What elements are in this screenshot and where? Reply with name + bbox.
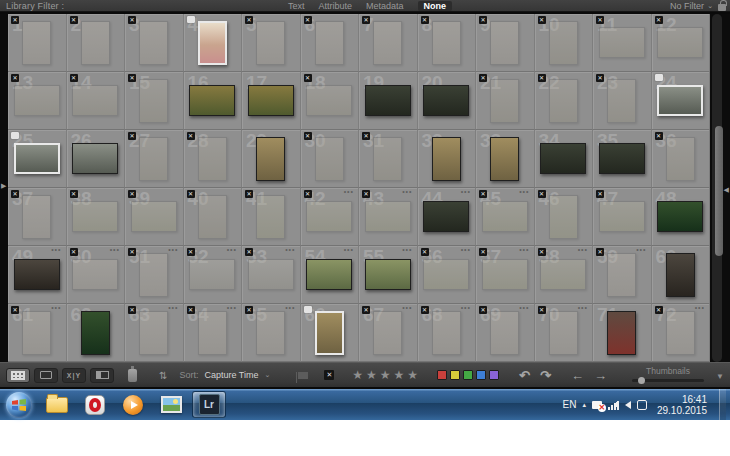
photo-thumbnail[interactable] — [14, 85, 60, 116]
photo-thumbnail[interactable] — [432, 311, 461, 355]
grid-cell[interactable]: 54••• — [301, 246, 360, 304]
reject-flag-icon[interactable]: ✕ — [70, 248, 78, 256]
photo-thumbnail[interactable] — [599, 143, 645, 174]
grid-cell[interactable]: 60 — [652, 246, 711, 304]
grid-cell[interactable]: 61✕••• — [8, 304, 67, 362]
thumbnails-slider[interactable] — [632, 379, 704, 382]
rotate-right-button[interactable]: ↷ — [540, 368, 551, 383]
grid-cell[interactable]: 36✕ — [652, 130, 711, 188]
grid-cell[interactable]: 12✕ — [652, 14, 711, 72]
rotate-left-button[interactable]: ↶ — [519, 368, 530, 383]
grid-cell[interactable]: 64✕••• — [184, 304, 243, 362]
reject-flag-icon[interactable]: ✕ — [655, 16, 663, 24]
photo-thumbnail[interactable] — [482, 259, 528, 290]
photo-thumbnail[interactable] — [607, 253, 636, 297]
grid-cell[interactable]: 10✕ — [535, 14, 594, 72]
photo-thumbnail[interactable] — [599, 27, 645, 58]
next-photo-button[interactable]: → — [594, 368, 607, 383]
reject-flag-icon[interactable]: ✕ — [304, 190, 312, 198]
grid-cell[interactable]: 52✕••• — [184, 246, 243, 304]
photo-thumbnail[interactable] — [256, 311, 285, 355]
grid-cell[interactable]: 66 — [301, 304, 360, 362]
hidden-icons-chevron-icon[interactable]: ▴ — [582, 401, 586, 409]
grid-cell[interactable]: 56✕••• — [418, 246, 477, 304]
photo-thumbnail[interactable] — [657, 27, 703, 58]
photo-thumbnail[interactable] — [139, 21, 168, 65]
taskbar-lightroom-button[interactable]: Lr — [192, 391, 226, 418]
grid-cell[interactable]: 17 — [242, 72, 301, 130]
grid-cell[interactable]: 37✕ — [8, 188, 67, 246]
reject-flag-icon[interactable]: ✕ — [11, 16, 19, 24]
grid-cell[interactable]: 32 — [418, 130, 477, 188]
photo-thumbnail[interactable] — [607, 79, 636, 123]
photo-thumbnail[interactable] — [365, 85, 411, 116]
pick-flag-icon[interactable] — [304, 306, 312, 313]
photo-thumbnail[interactable] — [549, 311, 578, 355]
reject-flag-icon[interactable]: ✕ — [538, 248, 546, 256]
photo-thumbnail[interactable] — [315, 137, 344, 181]
star-rating-control[interactable]: ★★★★★ — [352, 368, 421, 382]
grid-cell[interactable]: 71 — [593, 304, 652, 362]
language-indicator[interactable]: EN — [563, 399, 577, 410]
photo-thumbnail[interactable] — [490, 79, 519, 123]
color-label-swatch-3[interactable] — [476, 370, 486, 380]
grid-cell[interactable]: 11✕ — [593, 14, 652, 72]
reject-flag-icon[interactable]: ✕ — [596, 248, 604, 256]
pick-flag-icon[interactable] — [11, 132, 19, 139]
grid-cell[interactable]: 13✕ — [8, 72, 67, 130]
left-panel-reveal-icon[interactable]: ▶ — [1, 182, 6, 190]
grid-cell[interactable]: 27✕ — [125, 130, 184, 188]
filter-tab-none[interactable]: None — [418, 1, 453, 11]
photo-thumbnail[interactable] — [139, 311, 168, 355]
grid-cell[interactable]: 4 — [184, 14, 243, 72]
grid-cell[interactable]: 40✕ — [184, 188, 243, 246]
grid-cell[interactable]: 6✕ — [301, 14, 360, 72]
grid-cell[interactable]: 9✕ — [476, 14, 535, 72]
volume-icon[interactable] — [625, 401, 631, 409]
grid-cell[interactable]: 72✕••• — [652, 304, 711, 362]
reject-flag-icon[interactable]: ✕ — [70, 190, 78, 198]
photo-thumbnail[interactable] — [139, 253, 168, 297]
reject-flag-icon[interactable]: ✕ — [421, 16, 429, 24]
reject-flag-icon[interactable]: ✕ — [128, 306, 136, 314]
grid-cell[interactable]: 44••• — [418, 188, 477, 246]
grid-cell[interactable]: 45✕••• — [476, 188, 535, 246]
grid-cell[interactable]: 15✕ — [125, 72, 184, 130]
reject-flag-icon[interactable]: ✕ — [128, 16, 136, 24]
photo-thumbnail[interactable] — [599, 201, 645, 232]
grid-cell[interactable]: 33 — [476, 130, 535, 188]
sort-criteria-dropdown[interactable]: Capture Time — [204, 370, 258, 380]
painter-tool-icon[interactable] — [128, 369, 137, 382]
reject-flag-icon[interactable]: ✕ — [187, 132, 195, 140]
grid-cell[interactable]: 47✕ — [593, 188, 652, 246]
reject-flag-icon[interactable]: ✕ — [187, 248, 195, 256]
reject-flag-icon[interactable]: ✕ — [596, 190, 604, 198]
color-label-swatch-2[interactable] — [463, 370, 473, 380]
reject-flag-icon[interactable]: ✕ — [304, 16, 312, 24]
reject-flag-icon[interactable]: ✕ — [304, 74, 312, 82]
photo-thumbnail[interactable] — [14, 143, 60, 174]
grid-cell[interactable]: 59✕••• — [593, 246, 652, 304]
grid-cell[interactable]: 62 — [67, 304, 126, 362]
grid-cell[interactable]: 55••• — [359, 246, 418, 304]
photo-thumbnail[interactable] — [657, 201, 703, 232]
grid-cell[interactable]: 67✕••• — [359, 304, 418, 362]
filter-tab-attribute[interactable]: Attribute — [319, 1, 353, 11]
reject-flag-icon[interactable]: ✕ — [362, 190, 370, 198]
photo-thumbnail[interactable] — [490, 21, 519, 65]
action-center-icon[interactable]: ✕ — [592, 401, 602, 409]
grid-cell[interactable]: 50✕••• — [67, 246, 126, 304]
grid-cell[interactable]: 69✕••• — [476, 304, 535, 362]
reject-flag-icon[interactable]: ✕ — [70, 74, 78, 82]
reject-flag-icon[interactable]: ✕ — [655, 306, 663, 314]
grid-cell[interactable]: 31✕ — [359, 130, 418, 188]
grid-cell[interactable]: 5✕ — [242, 14, 301, 72]
filter-preset-dropdown[interactable]: No Filter⌄ — [670, 1, 713, 11]
grid-cell[interactable]: 53✕••• — [242, 246, 301, 304]
pick-flag-icon[interactable] — [187, 16, 195, 23]
filter-tab-text[interactable]: Text — [288, 1, 305, 11]
reject-flag-icon[interactable]: ✕ — [128, 74, 136, 82]
color-label-swatch-1[interactable] — [450, 370, 460, 380]
photo-thumbnail[interactable] — [139, 137, 168, 181]
photo-thumbnail[interactable] — [198, 195, 227, 239]
